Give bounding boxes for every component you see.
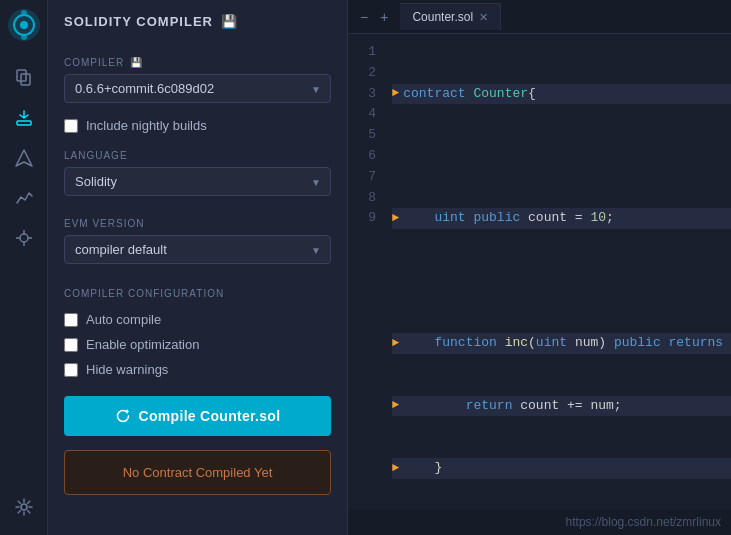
language-label: LANGUAGE bbox=[64, 150, 331, 161]
svg-point-2 bbox=[20, 21, 28, 29]
panel-save-icon: 💾 bbox=[221, 14, 238, 29]
config-label: COMPILER CONFIGURATION bbox=[64, 288, 331, 299]
include-nightly-label: Include nightly builds bbox=[86, 118, 207, 133]
code-line-7: ► } bbox=[392, 458, 731, 479]
code-token: 10 bbox=[590, 208, 606, 229]
no-contract-box: No Contract Compiled Yet bbox=[64, 450, 331, 495]
line-num-4: 4 bbox=[356, 104, 376, 125]
code-line-1: ► contract Counter{ bbox=[392, 84, 731, 105]
line-num-2: 2 bbox=[356, 63, 376, 84]
sidebar bbox=[0, 0, 48, 535]
panel-title: SOLIDITY COMPILER 💾 bbox=[64, 14, 331, 29]
enable-optimization-row[interactable]: Enable optimization bbox=[64, 337, 331, 352]
deploy-icon[interactable] bbox=[10, 144, 38, 172]
evm-wrapper: compiler default bbox=[64, 235, 331, 264]
files-icon[interactable] bbox=[10, 64, 38, 92]
svg-rect-7 bbox=[17, 121, 31, 125]
code-token: Counter bbox=[473, 84, 528, 105]
compiler-version-wrapper: 0.6.6+commit.6c089d02 bbox=[64, 74, 331, 103]
code-token: public bbox=[473, 208, 528, 229]
enable-optimization-label: Enable optimization bbox=[86, 337, 199, 352]
code-token: ; bbox=[606, 208, 614, 229]
compiler-version-select[interactable]: 0.6.6+commit.6c089d02 bbox=[64, 74, 331, 103]
code-area: 1 2 3 4 5 6 7 8 9 ► contract Counter{ ► … bbox=[348, 34, 731, 509]
hide-warnings-checkbox[interactable] bbox=[64, 363, 78, 377]
compile-button[interactable]: Compile Counter.sol bbox=[64, 396, 331, 436]
code-token: return bbox=[466, 396, 521, 417]
include-nightly-checkbox[interactable] bbox=[64, 119, 78, 133]
line-num-5: 5 bbox=[356, 125, 376, 146]
app-logo bbox=[7, 8, 41, 42]
line-num-8: 8 bbox=[356, 188, 376, 209]
code-line-2 bbox=[392, 146, 731, 167]
code-token: } bbox=[434, 458, 442, 479]
zoom-controls: − + bbox=[356, 7, 392, 27]
editor-tab-close-icon[interactable]: ✕ bbox=[479, 11, 488, 24]
code-token: ( bbox=[528, 333, 536, 354]
editor-tab-counter[interactable]: Counter.sol ✕ bbox=[400, 3, 501, 30]
no-contract-text: No Contract Compiled Yet bbox=[123, 465, 273, 480]
editor-panel: − + Counter.sol ✕ 1 2 3 4 5 6 7 8 9 ► co… bbox=[348, 0, 731, 535]
compiler-save-icon: 💾 bbox=[130, 57, 143, 68]
line-indicator-3: ► bbox=[392, 209, 399, 228]
code-token: contract bbox=[403, 84, 473, 105]
line-indicator-7: ► bbox=[392, 459, 399, 478]
line-num-6: 6 bbox=[356, 146, 376, 167]
svg-point-4 bbox=[21, 34, 27, 40]
panel-title-text: SOLIDITY COMPILER bbox=[64, 14, 213, 29]
editor-tabs: − + Counter.sol ✕ bbox=[348, 0, 731, 34]
zoom-in-button[interactable]: + bbox=[376, 7, 392, 27]
hide-warnings-row[interactable]: Hide warnings bbox=[64, 362, 331, 377]
settings-icon[interactable] bbox=[10, 493, 38, 521]
analysis-icon[interactable] bbox=[10, 184, 38, 212]
hide-warnings-label: Hide warnings bbox=[86, 362, 168, 377]
compiler-panel: SOLIDITY COMPILER 💾 COMPILER 💾 0.6.6+com… bbox=[48, 0, 348, 535]
debug-icon[interactable] bbox=[10, 224, 38, 252]
svg-point-8 bbox=[20, 234, 28, 242]
code-token: count = bbox=[528, 208, 590, 229]
line-num-7: 7 bbox=[356, 167, 376, 188]
auto-compile-label: Auto compile bbox=[86, 312, 161, 327]
line-indicator-5: ► bbox=[392, 334, 399, 353]
code-token: num bbox=[567, 333, 598, 354]
line-indicator-1: ► bbox=[392, 84, 399, 103]
code-token: function bbox=[434, 333, 504, 354]
include-nightly-checkbox-row[interactable]: Include nightly builds bbox=[64, 118, 331, 133]
compiler-label: COMPILER 💾 bbox=[64, 57, 331, 68]
line-numbers: 1 2 3 4 5 6 7 8 9 bbox=[348, 34, 384, 509]
auto-compile-checkbox[interactable] bbox=[64, 313, 78, 327]
code-line-6: ► return count += num; bbox=[392, 396, 731, 417]
code-token: inc bbox=[505, 333, 528, 354]
code-token bbox=[403, 333, 434, 354]
code-token bbox=[403, 396, 465, 417]
code-token: count += num; bbox=[520, 396, 621, 417]
code-token: uint bbox=[536, 333, 567, 354]
code-line-5: ► function inc(uint num) public returns … bbox=[392, 333, 731, 354]
zoom-out-button[interactable]: − bbox=[356, 7, 372, 27]
line-indicator-6: ► bbox=[392, 396, 399, 415]
code-token: public returns bbox=[614, 333, 731, 354]
language-select[interactable]: Solidity bbox=[64, 167, 331, 196]
compile-button-label: Compile Counter.sol bbox=[139, 408, 281, 424]
compile-icon[interactable] bbox=[10, 104, 38, 132]
editor-tab-filename: Counter.sol bbox=[412, 10, 473, 24]
watermark: https://blog.csdn.net/zmrlinux bbox=[348, 509, 731, 535]
line-num-3: 3 bbox=[356, 84, 376, 105]
svg-point-3 bbox=[21, 10, 27, 16]
evm-label: EVM VERSION bbox=[64, 218, 331, 229]
code-token bbox=[403, 208, 434, 229]
compile-refresh-icon bbox=[115, 408, 131, 424]
enable-optimization-checkbox[interactable] bbox=[64, 338, 78, 352]
code-token: { bbox=[528, 84, 536, 105]
evm-select[interactable]: compiler default bbox=[64, 235, 331, 264]
line-indicator-4 bbox=[392, 272, 399, 291]
code-token: ) bbox=[598, 333, 614, 354]
language-wrapper: Solidity bbox=[64, 167, 331, 196]
code-content: ► contract Counter{ ► uint public count … bbox=[384, 34, 731, 509]
line-indicator-2 bbox=[392, 147, 399, 166]
auto-compile-row[interactable]: Auto compile bbox=[64, 312, 331, 327]
code-token bbox=[403, 458, 434, 479]
line-num-9: 9 bbox=[356, 208, 376, 229]
code-line-3: ► uint public count = 10; bbox=[392, 208, 731, 229]
code-line-4 bbox=[392, 271, 731, 292]
